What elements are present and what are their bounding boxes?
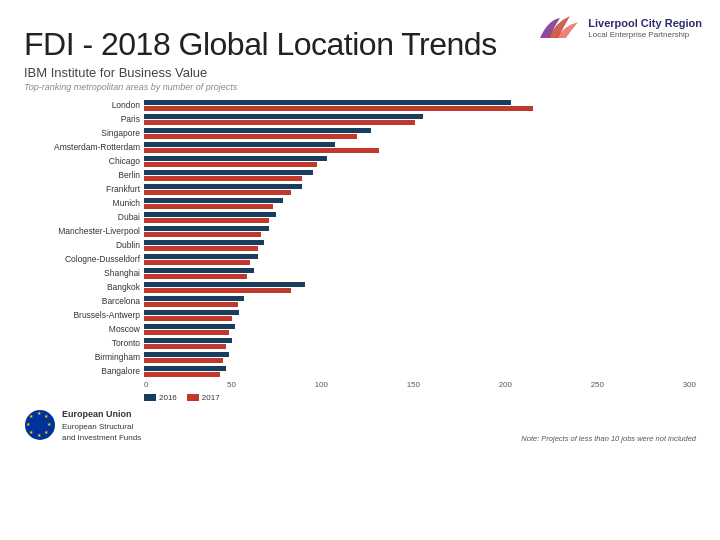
eu-flag-icon: ★ ★ ★ ★ ★ ★ ★ ★: [24, 409, 56, 441]
bar-2017: [144, 246, 258, 251]
city-label: Shanghai: [104, 266, 144, 280]
bar-2016: [144, 170, 313, 175]
bar-2016: [144, 128, 371, 133]
bar-2016: [144, 198, 283, 203]
bar-2016: [144, 366, 226, 371]
legend: 20162017: [144, 393, 696, 402]
bar-2016: [144, 268, 254, 273]
bar-2016: [144, 226, 269, 231]
bar-pair: [144, 114, 423, 125]
bar-row: [144, 336, 696, 350]
bar-2016: [144, 184, 302, 189]
bar-2017: [144, 106, 533, 111]
city-label: London: [112, 98, 144, 112]
city-label: Moscow: [109, 322, 144, 336]
x-tick: 100: [315, 380, 328, 389]
logo-graphic: [530, 10, 582, 46]
bar-pair: [144, 366, 226, 377]
bar-row: [144, 224, 696, 238]
city-label: Dublin: [116, 238, 144, 252]
bar-2017: [144, 148, 379, 153]
legend-color-box: [187, 394, 199, 401]
bar-2017: [144, 358, 223, 363]
bar-pair: [144, 282, 305, 293]
bar-pair: [144, 268, 254, 279]
bar-pair: [144, 254, 258, 265]
bar-2017: [144, 316, 232, 321]
city-label: Chicago: [109, 154, 144, 168]
chart-area: LondonParisSingaporeAmsterdam-RotterdamC…: [24, 98, 696, 378]
x-axis: 050100150200250300: [144, 380, 696, 389]
city-label: Singapore: [101, 126, 144, 140]
bar-row: [144, 126, 696, 140]
bar-2017: [144, 176, 302, 181]
bar-pair: [144, 184, 302, 195]
bar-pair: [144, 198, 283, 209]
bar-2017: [144, 260, 250, 265]
bar-2016: [144, 114, 423, 119]
bar-2017: [144, 372, 220, 377]
bar-row: [144, 154, 696, 168]
city-label: Toronto: [112, 336, 144, 350]
bar-row: [144, 294, 696, 308]
bar-pair: [144, 352, 229, 363]
note: Note: Projects of less than 10 jobs were…: [521, 434, 696, 443]
city-label: Berlin: [118, 168, 144, 182]
chart-label: Top-ranking metropolitan areas by number…: [24, 82, 696, 92]
logo-sub-text: Local Enterprise Partnership: [588, 30, 702, 40]
bar-pair: [144, 212, 276, 223]
bar-row: [144, 98, 696, 112]
bar-row: [144, 266, 696, 280]
bar-row: [144, 210, 696, 224]
bar-2016: [144, 296, 244, 301]
x-tick: 150: [407, 380, 420, 389]
bar-row: [144, 238, 696, 252]
bar-pair: [144, 142, 379, 153]
bar-row: [144, 112, 696, 126]
logo-main-text: Liverpool City Region: [588, 17, 702, 30]
bar-pair: [144, 156, 327, 167]
city-label: Munich: [113, 196, 144, 210]
legend-label: 2017: [202, 393, 220, 402]
bar-pair: [144, 240, 264, 251]
bar-row: [144, 140, 696, 154]
bar-2017: [144, 162, 317, 167]
eu-logo: ★ ★ ★ ★ ★ ★ ★ ★ European Union European …: [24, 408, 141, 443]
bottom-row: ★ ★ ★ ★ ★ ★ ★ ★ European Union European …: [24, 406, 696, 443]
bar-row: [144, 196, 696, 210]
bar-pair: [144, 324, 235, 335]
bar-2016: [144, 324, 235, 329]
bar-pair: [144, 100, 533, 111]
city-label: Amsterdam-Rotterdam: [54, 140, 144, 154]
legend-item: 2017: [187, 393, 220, 402]
bar-2017: [144, 190, 291, 195]
bar-2016: [144, 352, 229, 357]
bar-2016: [144, 100, 511, 105]
bar-2017: [144, 274, 247, 279]
legend-color-box: [144, 394, 156, 401]
logo: Liverpool City Region Local Enterprise P…: [530, 10, 702, 46]
bar-2017: [144, 330, 229, 335]
city-label: Cologne-Dusseldorf: [65, 252, 144, 266]
bar-2017: [144, 302, 238, 307]
bar-2016: [144, 156, 327, 161]
city-label: Bangalore: [101, 364, 144, 378]
bar-2017: [144, 344, 226, 349]
bar-2017: [144, 120, 415, 125]
bar-row: [144, 364, 696, 378]
bar-row: [144, 280, 696, 294]
bar-2016: [144, 254, 258, 259]
bar-2016: [144, 310, 239, 315]
bar-2017: [144, 204, 273, 209]
bar-row: [144, 322, 696, 336]
bar-2016: [144, 142, 335, 147]
x-tick: 0: [144, 380, 148, 389]
legend-item: 2016: [144, 393, 177, 402]
logo-text: Liverpool City Region Local Enterprise P…: [588, 17, 702, 40]
bar-pair: [144, 170, 313, 181]
bar-2016: [144, 338, 232, 343]
bar-2016: [144, 240, 264, 245]
bar-pair: [144, 226, 269, 237]
city-label: Frankfurt: [106, 182, 144, 196]
bar-row: [144, 350, 696, 364]
